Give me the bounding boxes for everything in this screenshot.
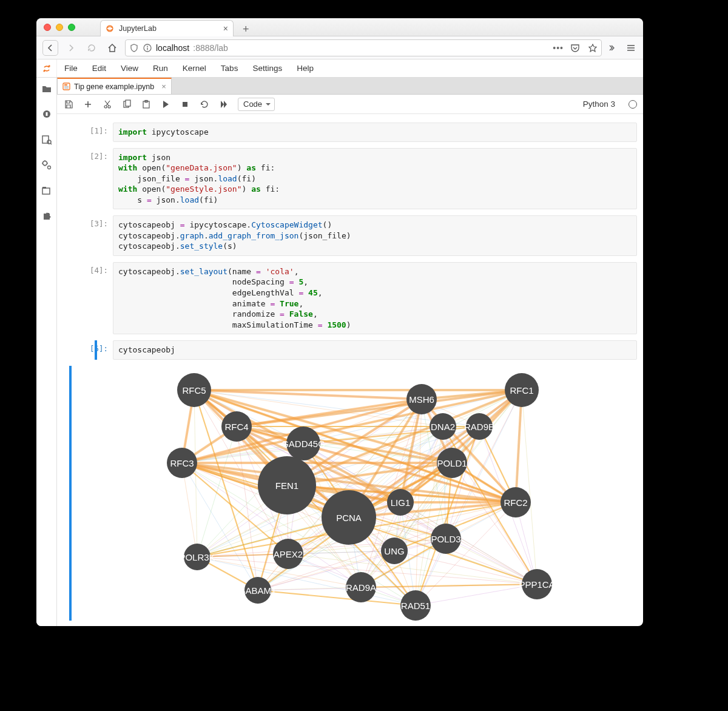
svg-text:DNA2: DNA2 (431, 421, 455, 431)
bookmark-star-icon[interactable] (588, 43, 598, 53)
cell-type-selector[interactable]: Code (238, 98, 275, 111)
graph-node-ppp1ca[interactable]: PPP1CA (519, 569, 554, 599)
file-browser-icon[interactable] (41, 83, 53, 95)
cell-input[interactable]: import json with open("geneData.json") a… (113, 148, 637, 210)
graph-node-rfc5[interactable]: RFC5 (177, 373, 211, 407)
more-ellipsis[interactable]: ••• (553, 43, 564, 53)
svg-text:RFC1: RFC1 (510, 385, 533, 395)
menu-kernel[interactable]: Kernel (175, 60, 214, 76)
forward-button[interactable] (63, 40, 79, 56)
overflow-chevron-icon[interactable] (607, 42, 619, 54)
cell-prompt: [5]: (83, 340, 113, 360)
graph-node-ung[interactable]: UNG (381, 537, 408, 564)
menu-help[interactable]: Help (289, 60, 321, 76)
cell-prompt: [1]: (83, 123, 113, 142)
close-window-button[interactable] (44, 24, 51, 31)
svg-line-146 (197, 557, 416, 605)
refresh-button[interactable] (84, 40, 99, 56)
code-cell-active[interactable]: [5]: cytoscapeobj (83, 340, 637, 360)
svg-text:PCNA: PCNA (336, 512, 362, 522)
svg-text:APEX2: APEX2 (274, 548, 303, 559)
code-cell[interactable]: [3]: cytoscapeobj = ipycytoscape.Cytosca… (83, 215, 637, 256)
code-cell[interactable]: [1]: import ipycytoscape (83, 123, 637, 142)
restart-button[interactable] (199, 99, 210, 110)
graph-node-pcna[interactable]: PCNA (322, 490, 376, 545)
run-button[interactable] (160, 99, 171, 110)
cell-input[interactable]: cytoscapeobj.set_layout(name = 'cola', n… (113, 262, 637, 334)
paste-button[interactable] (141, 99, 152, 110)
svg-text:RFC2: RFC2 (504, 497, 527, 507)
svg-text:RFC5: RFC5 (182, 385, 206, 395)
svg-line-273 (237, 399, 422, 426)
cut-button[interactable] (102, 99, 113, 110)
menu-edit[interactable]: Edit (85, 60, 113, 76)
maximize-window-button[interactable] (68, 24, 75, 31)
browser-window: JupyterLab × + localhost:8888/lab ••• Fi… (36, 18, 643, 626)
graph-node-rfc2[interactable]: RFC2 (500, 487, 531, 517)
hamburger-menu-icon[interactable] (625, 42, 637, 54)
code-cell[interactable]: [2]: import json with open("geneData.jso… (83, 148, 637, 210)
svg-line-179 (361, 584, 537, 587)
graph-node-msh6[interactable]: MSH6 (406, 384, 437, 414)
menu-tabs[interactable]: Tabs (214, 60, 246, 76)
close-tab-icon[interactable]: × (223, 24, 228, 33)
graph-node-apex2[interactable]: APEX2 (273, 539, 303, 569)
traffic-lights (44, 24, 75, 31)
notebook-tab-row: Tip gene example.ipynb × (57, 78, 643, 95)
graph-node-pold3[interactable]: POLD3 (431, 524, 461, 554)
code-cell[interactable]: [4]: cytoscapeobj.set_layout(name = 'col… (83, 262, 637, 334)
url-bar[interactable]: localhost:8888/lab ••• (125, 39, 602, 56)
close-notebook-tab-icon[interactable]: × (161, 82, 166, 91)
graph-node-pold1[interactable]: POLD1 (437, 448, 467, 478)
notebook-tab[interactable]: Tip gene example.ipynb × (57, 78, 172, 94)
copy-button[interactable] (121, 99, 132, 110)
jupyter-logo-icon[interactable] (36, 59, 57, 77)
cell-input[interactable]: cytoscapeobj (113, 340, 637, 360)
svg-point-11 (47, 166, 50, 169)
new-tab-button[interactable]: + (243, 23, 249, 36)
graph-node-rfc3[interactable]: RFC3 (167, 448, 197, 478)
running-terminals-icon[interactable] (41, 108, 53, 120)
svg-rect-13 (42, 187, 46, 189)
graph-node-lig1[interactable]: LIG1 (387, 489, 414, 516)
menu-run[interactable]: Run (146, 60, 175, 76)
graph-node-rad9a[interactable]: RAD9A (346, 572, 376, 602)
graph-node-dna2[interactable]: DNA2 (430, 413, 456, 440)
minimize-window-button[interactable] (56, 24, 63, 31)
svg-text:FEN1: FEN1 (275, 480, 298, 490)
kernel-name[interactable]: Python 3 (583, 99, 615, 109)
insert-cell-button[interactable] (83, 99, 93, 110)
cytoscape-graph-output[interactable]: RFC5RFC4RFC3GADD45GFEN1PCNAAPEX2POLR3KBA… (115, 366, 637, 621)
menu-file[interactable]: File (57, 60, 85, 76)
svg-rect-24 (183, 102, 187, 107)
interrupt-button[interactable] (180, 99, 190, 110)
cell-input[interactable]: import ipycytoscape (113, 123, 637, 142)
browser-toolbar: localhost:8888/lab ••• (36, 36, 643, 59)
extension-puzzle-icon[interactable] (41, 210, 53, 222)
menu-view[interactable]: View (113, 60, 146, 76)
save-button[interactable] (63, 99, 74, 110)
restart-run-all-button[interactable] (218, 99, 229, 110)
graph-node-gadd45g[interactable]: GADD45G (281, 426, 325, 460)
graph-node-rad51[interactable]: RAD51 (400, 590, 431, 621)
svg-text:RAD9B: RAD9B (464, 421, 494, 431)
pocket-icon[interactable] (570, 42, 581, 53)
menu-settings[interactable]: Settings (245, 60, 289, 76)
graph-node-rfc1[interactable]: RFC1 (505, 373, 539, 407)
graph-node-fen1[interactable]: FEN1 (258, 456, 316, 514)
cell-input[interactable]: cytoscapeobj = ipycytoscape.CytoscapeWid… (113, 215, 637, 256)
home-button[interactable] (104, 40, 120, 56)
svg-line-158 (258, 590, 416, 605)
browser-tab[interactable]: JupyterLab × (100, 20, 234, 36)
back-button[interactable] (42, 40, 58, 56)
commands-icon[interactable] (41, 133, 53, 146)
graph-node-polr3k[interactable]: POLR3K (179, 544, 215, 570)
settings-gear-icon[interactable] (41, 159, 53, 171)
graph-node-rfc4[interactable]: RFC4 (221, 411, 252, 442)
svg-text:GADD45G: GADD45G (281, 438, 325, 448)
notebook-toolbar: Code Python 3 (57, 95, 643, 114)
svg-text:POLR3K: POLR3K (179, 551, 215, 562)
tabs-icon[interactable] (41, 184, 53, 197)
notebook-body[interactable]: [1]: import ipycytoscape [2]: import jso… (57, 114, 643, 626)
jupyter-menubar: FileEditViewRunKernelTabsSettingsHelp (36, 59, 643, 78)
